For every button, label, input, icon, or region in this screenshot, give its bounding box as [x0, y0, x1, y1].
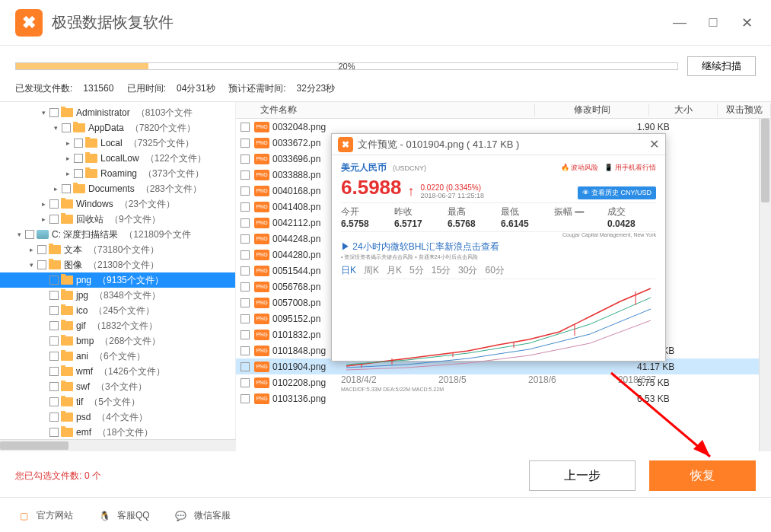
file-checkbox[interactable]	[241, 170, 250, 180]
tree-item[interactable]: jpg（8348个文件）	[0, 288, 235, 303]
tree-item[interactable]: ▾Administrator（8103个文件	[0, 105, 235, 120]
file-checkbox[interactable]	[241, 139, 250, 148]
tree-item[interactable]: ▸Windows（23个文件）	[0, 196, 235, 212]
tree-checkbox[interactable]	[49, 413, 59, 422]
tree-checkbox[interactable]	[49, 321, 59, 330]
tree-checkbox[interactable]	[49, 276, 59, 285]
tree-toggle-icon[interactable]: ▸	[52, 185, 59, 193]
footer-wechat[interactable]: 💬 微信客服	[173, 508, 231, 524]
tree-toggle-icon[interactable]: ▸	[64, 155, 72, 162]
tree-item[interactable]: wmf（1426个文件）	[0, 364, 235, 379]
file-checkbox[interactable]	[241, 282, 250, 291]
tree-checkbox[interactable]	[62, 123, 71, 132]
col-date[interactable]: 修改时间	[535, 104, 649, 116]
tree-item[interactable]: bmp（268个文件）	[0, 333, 235, 349]
close-button[interactable]: ✕	[738, 14, 756, 32]
tree-checkbox[interactable]	[49, 215, 59, 224]
tree-checkbox[interactable]	[49, 336, 59, 346]
tree-toggle-icon[interactable]: ▾	[15, 231, 23, 238]
prev-button[interactable]: 上一步	[529, 460, 636, 491]
chart-tab[interactable]: 5分	[409, 264, 424, 277]
tree-item[interactable]: psd（4个文件）	[0, 409, 235, 425]
tree-item[interactable]: ▾C: 深度扫描结果（121809个文件	[0, 227, 235, 242]
horizontal-scrollbar-tree[interactable]	[0, 439, 236, 451]
tree-item[interactable]: ▸回收站（9个文件）	[0, 212, 235, 227]
tree-checkbox[interactable]	[49, 108, 59, 117]
hscroll-thumb[interactable]	[0, 441, 68, 450]
file-checkbox[interactable]	[241, 346, 250, 355]
tree-checkbox[interactable]	[62, 184, 71, 193]
tree-checkbox[interactable]	[49, 428, 59, 437]
tree-checkbox[interactable]	[74, 169, 83, 178]
tree-checkbox[interactable]	[37, 260, 46, 269]
tree-checkbox[interactable]	[49, 306, 59, 315]
continue-scan-button[interactable]: 继续扫描	[687, 56, 756, 76]
tree-item[interactable]: ani（6个文件）	[0, 349, 235, 364]
chart-history-button[interactable]: 👁 查看历史 CNY/USD	[578, 186, 656, 199]
tree-item[interactable]: ▸Documents（283个文件）	[0, 181, 235, 196]
file-checkbox[interactable]	[241, 378, 250, 387]
file-checkbox[interactable]	[241, 330, 250, 339]
tree-checkbox[interactable]	[49, 397, 59, 406]
tree-checkbox[interactable]	[74, 139, 83, 148]
tree-item[interactable]: gif（1832个文件）	[0, 318, 235, 333]
file-checkbox[interactable]	[241, 314, 250, 323]
chart-tab[interactable]: 15分	[432, 264, 451, 277]
file-checkbox[interactable]	[241, 250, 250, 260]
tree-checkbox[interactable]	[25, 230, 34, 239]
tree-checkbox[interactable]	[49, 352, 59, 361]
recover-button[interactable]: 恢复	[649, 460, 756, 491]
scrollbar-thumb[interactable]	[761, 119, 769, 202]
tree-item[interactable]: emf（18个文件）	[0, 425, 235, 440]
preview-close-button[interactable]: ✕	[649, 137, 659, 151]
tree-checkbox[interactable]	[49, 199, 59, 209]
tree-toggle-icon[interactable]: ▸	[40, 215, 47, 223]
chart-tab[interactable]: 日K	[341, 264, 356, 277]
tree-checkbox[interactable]	[49, 291, 59, 300]
file-row[interactable]: PNG0103136.png6.53 KB	[236, 390, 771, 406]
tree-item[interactable]: ico（245个文件）	[0, 303, 235, 318]
tree-item[interactable]: ▸Roaming（373个文件）	[0, 166, 235, 181]
footer-qq[interactable]: 🐧 客服QQ	[96, 508, 150, 524]
tree-toggle-icon[interactable]: ▾	[52, 124, 59, 132]
tree-item[interactable]: ▸Local（7325个文件）	[0, 135, 235, 151]
minimize-button[interactable]: —	[671, 14, 689, 32]
preview-titlebar[interactable]: ✖ 文件预览 - 0101904.png ( 41.17 KB ) ✕	[332, 134, 665, 155]
file-checkbox[interactable]	[241, 362, 250, 371]
vertical-scrollbar[interactable]	[759, 119, 771, 451]
tree-checkbox[interactable]	[49, 382, 59, 391]
tree-toggle-icon[interactable]: ▸	[40, 200, 47, 208]
col-size[interactable]: 大小	[649, 104, 718, 116]
tree-item[interactable]: ▾AppData（7820个文件）	[0, 120, 235, 135]
col-preview[interactable]: 双击预览	[718, 104, 771, 116]
file-row[interactable]: PNG0032048.png1.90 KB	[236, 119, 771, 135]
file-checkbox[interactable]	[241, 298, 250, 307]
chart-tab[interactable]: 60分	[485, 264, 504, 277]
chart-tab[interactable]: 周K	[364, 264, 379, 277]
tree-item[interactable]: ▸文本（73180个文件）	[0, 242, 235, 257]
footer-website[interactable]: ▢ 官方网站	[15, 508, 73, 524]
file-checkbox[interactable]	[241, 202, 250, 212]
maximize-button[interactable]: □	[704, 14, 722, 32]
tree-toggle-icon[interactable]: ▾	[27, 261, 35, 269]
tree-checkbox[interactable]	[37, 245, 46, 254]
tree-toggle-icon[interactable]: ▸	[64, 170, 72, 177]
tree-checkbox[interactable]	[49, 367, 59, 376]
tree-checkbox[interactable]	[74, 154, 83, 163]
file-checkbox[interactable]	[241, 394, 250, 403]
file-checkbox[interactable]	[241, 123, 250, 132]
col-name[interactable]: 文件名称	[254, 104, 535, 116]
tree-toggle-icon[interactable]: ▸	[27, 246, 35, 253]
chart-tab[interactable]: 月K	[387, 264, 402, 277]
tree-item[interactable]: ▸LocalLow（122个文件）	[0, 151, 235, 166]
tree-item[interactable]: png（9135个文件）	[0, 272, 235, 288]
tree-item[interactable]: swf（3个文件）	[0, 379, 235, 394]
tree-toggle-icon[interactable]: ▾	[40, 109, 47, 116]
file-checkbox[interactable]	[241, 155, 250, 164]
tree-item[interactable]: ▾图像（21308个文件）	[0, 257, 235, 272]
file-checkbox[interactable]	[241, 186, 250, 196]
tree-toggle-icon[interactable]: ▸	[64, 139, 72, 147]
file-checkbox[interactable]	[241, 234, 250, 244]
tree-item[interactable]: tif（5个文件）	[0, 394, 235, 409]
file-checkbox[interactable]	[241, 218, 250, 228]
